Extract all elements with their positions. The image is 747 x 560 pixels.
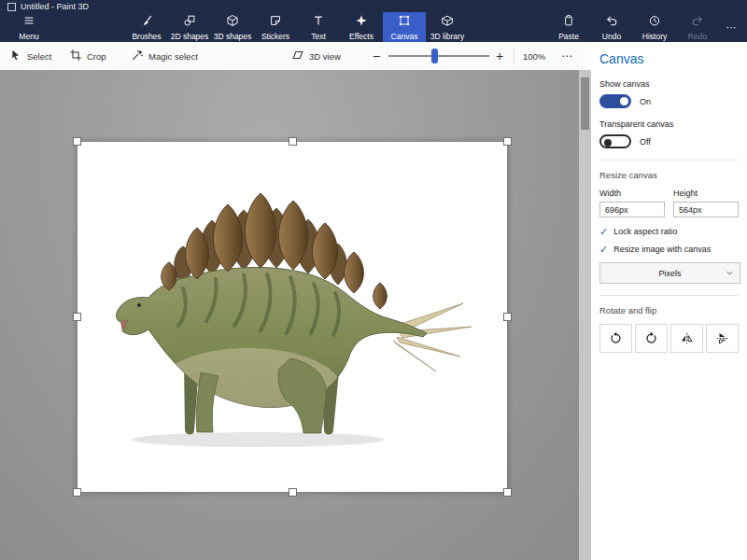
- tab-canvas[interactable]: Canvas: [383, 12, 426, 42]
- checkmark-icon: ✓: [599, 227, 608, 236]
- panel-divider: [599, 295, 739, 296]
- flip-vertical-button[interactable]: [706, 324, 739, 353]
- select-tool-button[interactable]: Select: [9, 42, 51, 70]
- rotate-right-icon: [644, 331, 658, 345]
- canvas-side-panel: Canvas Show canvas On Transparent canvas…: [591, 42, 747, 560]
- menu-button[interactable]: Menu: [6, 12, 52, 42]
- transparent-canvas-label: Transparent canvas: [599, 119, 739, 129]
- resize-image-label: Resize image with canvas: [613, 245, 711, 254]
- zoom-out-button[interactable]: −: [373, 42, 380, 70]
- canvas-object-stegosaurus[interactable]: [104, 185, 477, 457]
- tab-3d-shapes[interactable]: 3D shapes: [211, 12, 254, 42]
- crop-tool-button[interactable]: Crop: [69, 42, 106, 70]
- units-dropdown[interactable]: Pixels: [599, 262, 740, 284]
- resize-image-with-canvas-checkbox[interactable]: ✓ Resize image with canvas: [599, 245, 739, 254]
- selection-handle-bottom-center[interactable]: [289, 488, 297, 497]
- lock-aspect-ratio-label: Lock aspect ratio: [613, 227, 677, 236]
- rotate-left-button[interactable]: [599, 324, 632, 353]
- flip-horizontal-icon: [680, 331, 694, 345]
- transparent-canvas-toggle[interactable]: [599, 134, 631, 148]
- show-canvas-toggle[interactable]: [599, 94, 631, 108]
- selection-handle-top-right[interactable]: [503, 137, 512, 146]
- selection-handle-top-left[interactable]: [73, 137, 81, 146]
- paste-button[interactable]: Paste: [547, 12, 590, 42]
- ribbon-tabs: Brushes 2D shapes 3D shapes Stickers Tex…: [125, 12, 469, 42]
- flip-horizontal-button[interactable]: [670, 324, 703, 353]
- tab-stickers[interactable]: Stickers: [254, 12, 297, 42]
- rotate-right-button[interactable]: [635, 324, 668, 353]
- 2d-shapes-icon: [183, 14, 196, 29]
- app-icon: [7, 3, 16, 11]
- show-canvas-label: Show canvas: [599, 79, 739, 89]
- selection-handle-middle-right[interactable]: [503, 313, 512, 321]
- toolbar-more-button[interactable]: ⋯: [561, 42, 572, 70]
- ribbon-actions: Paste Undo History Redo ⋯: [547, 12, 743, 42]
- chevron-down-icon: [726, 269, 734, 277]
- paste-icon: [562, 14, 575, 29]
- 3d-library-icon: [441, 14, 454, 29]
- magic-wand-icon: [131, 49, 144, 63]
- history-icon: [648, 14, 661, 29]
- 3d-view-icon: [291, 49, 304, 63]
- zoom-slider-thumb[interactable]: [431, 49, 438, 63]
- vertical-scrollbar[interactable]: [579, 70, 591, 560]
- checkmark-icon: ✓: [599, 245, 608, 254]
- show-canvas-state: On: [640, 97, 651, 106]
- ellipsis-icon: ⋯: [561, 49, 572, 63]
- effects-icon: [355, 14, 368, 29]
- top-toolbar: Untitled - Paint 3D Menu Brushes 2D shap…: [0, 0, 747, 42]
- rotate-flip-section-label: Rotate and flip: [599, 305, 739, 315]
- text-icon: [312, 14, 325, 29]
- undo-icon: [605, 14, 618, 29]
- tab-3d-library[interactable]: 3D library: [426, 12, 469, 42]
- panel-title: Canvas: [599, 51, 739, 66]
- tab-2d-shapes[interactable]: 2D shapes: [168, 12, 211, 42]
- canvas-height-input[interactable]: [673, 202, 739, 217]
- panel-divider: [599, 160, 739, 161]
- rotate-left-icon: [609, 331, 623, 345]
- tab-effects[interactable]: Effects: [340, 12, 383, 42]
- redo-button[interactable]: Redo: [676, 12, 719, 42]
- selection-handle-bottom-left[interactable]: [73, 488, 81, 497]
- transparent-canvas-state: Off: [640, 137, 651, 147]
- history-button[interactable]: History: [633, 12, 676, 42]
- width-label: Width: [599, 189, 665, 198]
- crop-icon: [69, 49, 82, 63]
- stickers-icon: [269, 14, 282, 29]
- 3d-view-button[interactable]: 3D view: [291, 42, 341, 70]
- selection-handle-top-center[interactable]: [289, 137, 297, 146]
- zoom-slider-track[interactable]: [388, 55, 489, 57]
- canvas-workspace[interactable]: [0, 70, 591, 560]
- window-title-bar: Untitled - Paint 3D: [7, 2, 89, 11]
- 3d-shapes-icon: [226, 14, 239, 29]
- ellipsis-icon: ⋯: [726, 21, 737, 34]
- height-label: Height: [673, 189, 739, 198]
- canvas-toolbar: Select Crop Magic select 3D view − + 100…: [0, 42, 591, 71]
- flip-vertical-icon: [715, 331, 729, 345]
- drawing-canvas[interactable]: [78, 142, 507, 492]
- undo-button[interactable]: Undo: [590, 12, 633, 42]
- paint3d-window: Untitled - Paint 3D Menu Brushes 2D shap…: [0, 0, 747, 560]
- resize-canvas-section-label: Resize canvas: [599, 170, 739, 180]
- zoom-slider[interactable]: [388, 42, 489, 70]
- scrollbar-thumb[interactable]: [581, 77, 589, 130]
- menu-icon: [22, 14, 35, 29]
- ribbon-more-button[interactable]: ⋯: [719, 12, 743, 42]
- selection-handle-bottom-right[interactable]: [503, 488, 512, 497]
- brush-icon: [140, 14, 153, 29]
- toolbar-separator: [514, 49, 514, 63]
- tab-brushes[interactable]: Brushes: [125, 12, 168, 42]
- magic-select-button[interactable]: Magic select: [131, 42, 198, 70]
- zoom-level-value[interactable]: 100%: [523, 42, 545, 70]
- canvas-width-input[interactable]: [599, 202, 665, 217]
- zoom-in-button[interactable]: +: [496, 42, 503, 70]
- window-title: Untitled - Paint 3D: [21, 2, 89, 11]
- lock-aspect-ratio-checkbox[interactable]: ✓ Lock aspect ratio: [599, 227, 739, 236]
- redo-icon: [691, 14, 704, 29]
- tab-text[interactable]: Text: [297, 12, 340, 42]
- menu-label: Menu: [19, 32, 38, 41]
- units-value: Pixels: [658, 269, 681, 278]
- select-cursor-icon: [9, 49, 22, 63]
- canvas-icon: [398, 14, 411, 29]
- selection-handle-middle-left[interactable]: [73, 313, 81, 321]
